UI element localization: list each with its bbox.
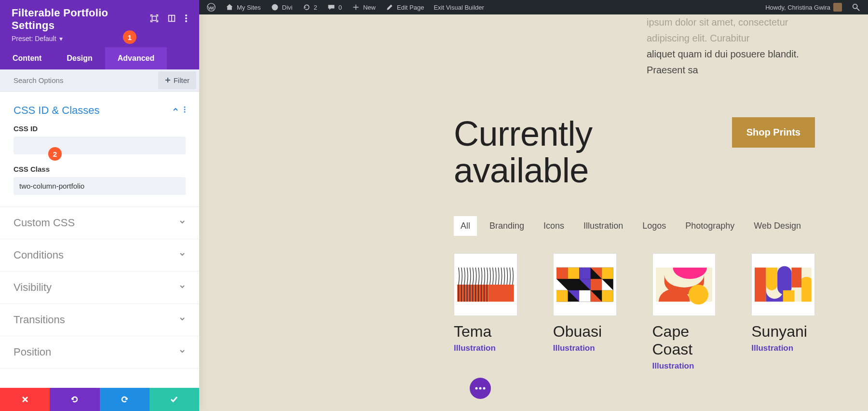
section-position[interactable]: Position — [0, 336, 199, 369]
svg-rect-35 — [792, 268, 802, 288]
css-id-input[interactable] — [14, 137, 186, 154]
filter-button[interactable]: Filter — [158, 71, 196, 89]
svg-rect-14 — [488, 285, 514, 301]
svg-point-11 — [184, 111, 186, 113]
exit-vb-link[interactable]: Exit Visual Builder — [429, 0, 489, 14]
search-row: Filter — [0, 69, 199, 92]
css-id-label: CSS ID — [14, 124, 186, 133]
card-category[interactable]: Illustration — [553, 343, 617, 353]
search-icon — [852, 3, 860, 12]
filter-tab-all[interactable]: All — [454, 216, 477, 236]
edit-page-link[interactable]: Edit Page — [380, 0, 429, 14]
shop-prints-button[interactable]: Shop Prints — [732, 117, 815, 148]
section-visibility[interactable]: Visibility — [0, 272, 199, 304]
section-title: Position — [14, 346, 51, 358]
svg-point-7 — [185, 17, 187, 19]
updates-link[interactable]: 2 — [298, 0, 322, 14]
portfolio-card[interactable]: Cape Coast Illustration — [652, 253, 716, 371]
comments-link[interactable]: 0 — [322, 0, 347, 14]
panel-tabs: Content Design Advanced — [0, 47, 199, 69]
artwork-obuasi — [556, 257, 613, 313]
svg-point-8 — [185, 20, 187, 22]
settings-panel: Filterable Portfolio Settings Preset: De… — [0, 0, 199, 411]
tab-design[interactable]: Design — [54, 47, 105, 69]
artwork-cape-coast — [656, 257, 713, 313]
svg-rect-16 — [556, 268, 568, 279]
card-category[interactable]: Illustration — [751, 343, 815, 353]
svg-rect-18 — [579, 268, 591, 279]
page-canvas: ipsum dolor sit amet, consectetur adipis… — [199, 14, 868, 411]
redo-button[interactable] — [100, 388, 149, 411]
chevron-down-icon — [179, 348, 186, 356]
filter-tab-branding[interactable]: Branding — [483, 216, 531, 236]
save-button[interactable] — [149, 388, 199, 411]
card-category[interactable]: Illustration — [454, 343, 517, 353]
section-custom-css[interactable]: Custom CSS — [0, 207, 199, 239]
svg-point-39 — [483, 387, 486, 390]
update-icon — [302, 3, 311, 12]
more-vertical-icon[interactable] — [184, 106, 186, 115]
search-toggle[interactable] — [847, 0, 865, 14]
svg-point-37 — [475, 387, 478, 390]
comment-icon — [327, 3, 336, 12]
svg-rect-22 — [568, 279, 579, 290]
svg-point-32 — [688, 285, 708, 304]
divi-label: Divi — [282, 4, 293, 11]
svg-rect-34 — [755, 268, 766, 302]
svg-point-38 — [479, 387, 482, 390]
howdy-link[interactable]: Howdy, Christina Gwira — [760, 0, 847, 14]
page-heading: Currentlyavailable — [454, 116, 593, 189]
section-title: Transitions — [14, 314, 65, 326]
card-title: Cape Coast — [652, 323, 716, 358]
panel-footer — [0, 388, 199, 411]
filter-tab-webdesign[interactable]: Web Design — [747, 216, 808, 236]
svg-rect-24 — [590, 279, 602, 290]
svg-point-1 — [271, 4, 278, 11]
svg-rect-17 — [568, 268, 579, 279]
svg-point-6 — [185, 14, 187, 16]
thumbnail — [652, 253, 716, 316]
wp-admin-bar: My Sites Divi 2 0 New Edit Page Exit Vis… — [199, 0, 868, 14]
portfolio-card[interactable]: Sunyani Illustration — [751, 253, 815, 371]
tab-advanced[interactable]: Advanced — [105, 47, 167, 69]
section-conditions[interactable]: Conditions — [0, 239, 199, 272]
css-class-input[interactable] — [14, 177, 186, 195]
section-css-id-classes: CSS ID & Classes CSS ID CSS Class — [0, 92, 199, 207]
svg-point-10 — [184, 109, 186, 110]
filter-tab-photography[interactable]: Photography — [678, 216, 741, 236]
section-title: Conditions — [14, 249, 64, 261]
user-avatar — [833, 3, 842, 12]
filter-label: Filter — [174, 76, 190, 84]
css-class-label: CSS Class — [14, 165, 186, 173]
my-sites-link[interactable]: My Sites — [220, 0, 266, 14]
thumbnail — [553, 253, 617, 316]
callout-badge-2: 2 — [48, 147, 62, 161]
filter-tab-icons[interactable]: Icons — [537, 216, 571, 236]
pencil-icon — [385, 3, 394, 12]
filter-tab-illustration[interactable]: Illustration — [577, 216, 630, 236]
expand-icon[interactable] — [150, 14, 159, 25]
section-transitions[interactable]: Transitions — [0, 304, 199, 336]
filter-tab-logos[interactable]: Logos — [636, 216, 673, 236]
hero-lorem: ipsum dolor sit amet, consectetur adipis… — [647, 14, 815, 78]
undo-button[interactable] — [50, 388, 99, 411]
divi-fab[interactable] — [470, 378, 491, 399]
svg-rect-36 — [783, 290, 795, 302]
comments-count: 0 — [339, 4, 342, 11]
svg-point-9 — [184, 107, 186, 108]
caret-down-icon: ▾ — [59, 35, 63, 42]
chevron-down-icon — [179, 315, 186, 324]
divi-link[interactable]: Divi — [266, 0, 298, 14]
portfolio-card[interactable]: Tema Illustration — [454, 253, 517, 371]
section-header-css[interactable]: CSS ID & Classes — [14, 99, 186, 122]
more-icon[interactable] — [185, 14, 188, 25]
new-link[interactable]: New — [347, 0, 380, 14]
wp-logo[interactable] — [202, 0, 220, 14]
tab-content[interactable]: Content — [0, 47, 54, 69]
snap-icon[interactable] — [167, 14, 176, 25]
cancel-button[interactable] — [0, 388, 50, 411]
preset-selector[interactable]: Preset: Default ▾ — [12, 35, 188, 42]
card-category[interactable]: Illustration — [652, 361, 716, 371]
search-input[interactable] — [0, 69, 158, 91]
portfolio-card[interactable]: Obuasi Illustration — [553, 253, 617, 371]
